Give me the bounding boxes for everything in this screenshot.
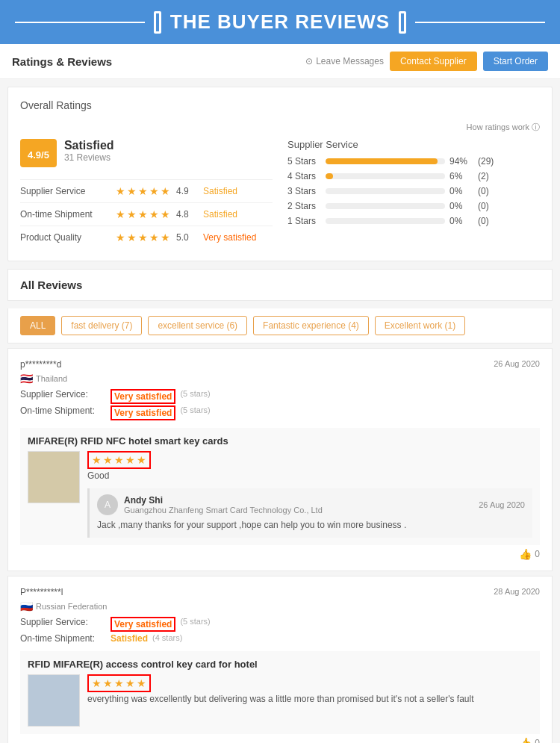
product-image [28, 451, 80, 503]
ratings-bar-title: Ratings & Reviews [12, 55, 112, 68]
product-stars: ★★★★★ [87, 451, 532, 469]
product-title: RFID MIFARE(R) access control key card f… [28, 659, 532, 670]
reviewer-name: P**********l [20, 587, 107, 597]
shipment-line: On-time Shipment: Very satisfied (5 star… [20, 405, 540, 420]
supplier-service-chart-title: Supplier Service [287, 139, 540, 150]
overall-ratings-section: Overall Ratings How ratings work ⓘ 4.9/5… [7, 87, 553, 261]
like-section: 👍 0 [20, 737, 540, 743]
product-section: MIFARE(R) RFID NFC hotel smart key cards… [20, 428, 540, 545]
review-date: 26 Aug 2020 [494, 359, 540, 368]
how-ratings-link[interactable]: How ratings work ⓘ [20, 122, 540, 133]
product-review-text: Good [87, 469, 532, 482]
start-order-button[interactable]: Start Order [483, 52, 548, 71]
header-bracket-right [399, 11, 406, 34]
flag-icon: 🇹🇭 [20, 373, 33, 385]
product-title: MIFARE(R) RFID NFC hotel smart key cards [28, 435, 532, 447]
overall-right: Supplier Service 5 Stars 94% (29) 4 Star… [287, 139, 540, 249]
overall-title: Overall Ratings [20, 99, 540, 111]
review-date: 28 Aug 2020 [494, 587, 540, 596]
stars: ★★★★★ [116, 231, 170, 243]
filter-tag[interactable]: Excellent work (1) [375, 316, 465, 335]
filter-tags: ALLfast delivery (7)excellent service (6… [7, 308, 553, 343]
like-count: 0 [535, 738, 540, 743]
header-line-right [415, 22, 545, 23]
service-line: Supplier Service: Very satisfied (5 star… [20, 389, 540, 404]
big-score-info: Satisfied 31 Reviews [64, 139, 114, 163]
reviewer-name: p*********d [20, 359, 67, 370]
leave-messages-btn[interactable]: ⊙ Leave Messages [305, 56, 384, 66]
rating-row: Supplier Service ★★★★★ 4.9 Satisfied [20, 179, 273, 202]
ratings-bar: Ratings & Reviews ⊙ Leave Messages Conta… [0, 44, 560, 79]
reviews-count: 31 Reviews [64, 152, 114, 163]
header-line-left [15, 22, 145, 23]
stars: ★★★★★ [116, 185, 170, 197]
reviewer-country: 🇹🇭 Thailand [20, 373, 67, 385]
chart-row: 1 Stars 0% (0) [287, 216, 540, 226]
like-count: 0 [535, 549, 540, 559]
review-item: P**********l 🇷🇺 Russian Federation 28 Au… [7, 576, 553, 743]
overall-content: 4.9/5 Satisfied 31 Reviews Supplier Serv… [20, 139, 540, 249]
big-rating: 4.9/5 Satisfied 31 Reviews [20, 139, 273, 167]
big-score: 4.9/5 [20, 139, 57, 167]
rating-value: 4.8 [176, 209, 197, 220]
reply-section: A Andy Shi Guangzhou Zhanfeng Smart Card… [87, 488, 532, 538]
all-reviews-header: All Reviews [7, 269, 553, 301]
contact-supplier-button[interactable]: Contact Supplier [390, 52, 477, 71]
product-review-text: everything was excellently but deliverin… [87, 692, 532, 706]
like-section: 👍 0 [20, 548, 540, 560]
stars: ★★★★★ [116, 208, 170, 220]
page-title: THE BUYER REVIEWS [170, 10, 390, 34]
rating-label: On-time Shipment [20, 209, 110, 220]
chart-row: 5 Stars 94% (29) [287, 156, 540, 167]
rating-label: Supplier Service [20, 186, 110, 196]
overall-left: 4.9/5 Satisfied 31 Reviews Supplier Serv… [20, 139, 273, 249]
chart-row: 3 Stars 0% (0) [287, 186, 540, 196]
page-header: THE BUYER REVIEWS [0, 0, 560, 44]
product-section: RFID MIFARE(R) access control key card f… [20, 651, 540, 734]
satisfied-label: Satisfied [64, 139, 114, 152]
product-stars: ★★★★★ [87, 674, 532, 692]
reviews-container: p*********d 🇹🇭 Thailand 26 Aug 2020 Supp… [0, 348, 560, 743]
filter-tag[interactable]: excellent service (6) [148, 316, 247, 335]
thumbs-up-icon[interactable]: 👍 [519, 737, 532, 743]
chart-bars: 5 Stars 94% (29) 4 Stars 6% (2) 3 Stars … [287, 156, 540, 226]
service-line: Supplier Service: Very satisfied (5 star… [20, 617, 540, 632]
flag-icon: 🇷🇺 [20, 600, 33, 612]
review-item: p*********d 🇹🇭 Thailand 26 Aug 2020 Supp… [7, 348, 553, 571]
chart-row: 4 Stars 6% (2) [287, 171, 540, 181]
filter-tag[interactable]: Fantastic experience (4) [253, 316, 369, 335]
message-icon: ⊙ [305, 56, 313, 66]
chart-row: 2 Stars 0% (0) [287, 201, 540, 211]
rating-label: Product Quality [20, 232, 110, 243]
shipment-line: On-time Shipment: Satisfied (4 stars) [20, 633, 540, 644]
filter-tag[interactable]: fast delivery (7) [61, 316, 142, 335]
ratings-bar-actions: ⊙ Leave Messages Contact Supplier Start … [305, 52, 548, 71]
reply-avatar: A [97, 494, 118, 515]
thumbs-up-icon[interactable]: 👍 [519, 548, 532, 560]
rating-rows: Supplier Service ★★★★★ 4.9 Satisfied On-… [20, 179, 273, 249]
reviewer-country: 🇷🇺 Russian Federation [20, 600, 107, 612]
product-image [28, 674, 80, 727]
rating-row: On-time Shipment ★★★★★ 4.8 Satisfied [20, 202, 273, 226]
rating-row: Product Quality ★★★★★ 5.0 Very satisfied [20, 226, 273, 249]
rating-value: 5.0 [176, 232, 197, 243]
rating-value: 4.9 [176, 186, 197, 196]
header-bracket-left [154, 11, 161, 34]
filter-tag[interactable]: ALL [20, 316, 55, 335]
